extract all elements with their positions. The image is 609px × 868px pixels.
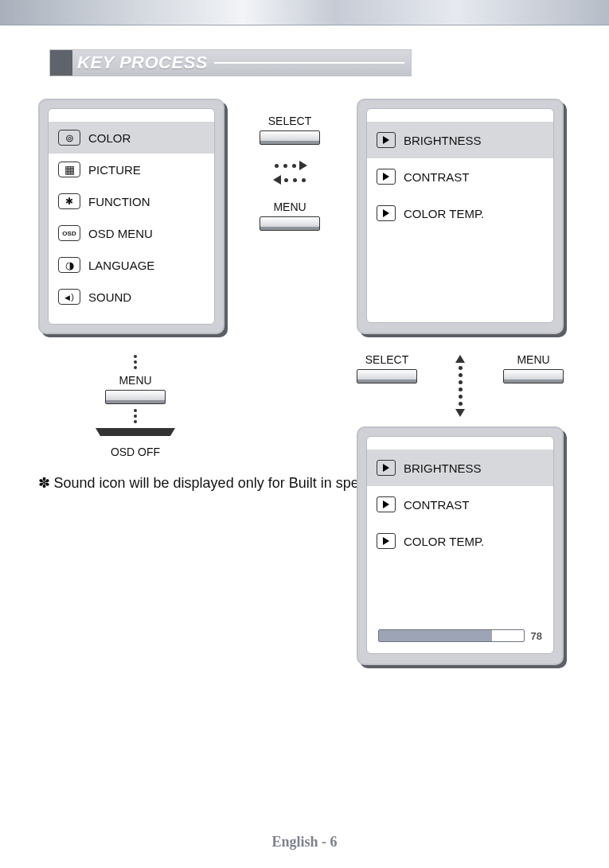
select-button-2[interactable] xyxy=(357,369,417,383)
adjust-item-brightness[interactable]: BRIGHTNESS xyxy=(367,450,553,486)
arrow-down-icon xyxy=(455,409,465,417)
adjust-item-color-temp[interactable]: COLOR TEMP. xyxy=(367,523,553,559)
menu-button-label: MENU xyxy=(250,200,330,213)
circles-icon xyxy=(58,130,80,146)
main-menu-panel: COLOR PICTURE FUNCTION OSD OSD MENU LANG… xyxy=(38,99,224,334)
arrow-down-icon xyxy=(96,428,175,436)
arrow-right-indicator xyxy=(250,161,330,170)
menu-item-language[interactable]: LANGUAGE xyxy=(49,249,214,281)
select-button-label: SELECT xyxy=(250,115,330,127)
main-menu-inner: COLOR PICTURE FUNCTION OSD OSD MENU LANG… xyxy=(48,108,215,325)
menu-button-label-2: MENU xyxy=(96,374,175,387)
up-down-indicator xyxy=(455,355,465,417)
play-icon xyxy=(377,460,396,476)
menu-item-label: LANGUAGE xyxy=(88,259,154,272)
menu-item-function[interactable]: FUNCTION xyxy=(49,185,214,217)
play-icon xyxy=(377,496,396,512)
slider-track xyxy=(378,629,525,642)
menu-button[interactable] xyxy=(260,216,320,231)
dots-indicator xyxy=(96,355,175,369)
center-button-column: SELECT MENU xyxy=(250,115,330,231)
sub-item-label: BRIGHTNESS xyxy=(404,134,482,147)
menu-item-color[interactable]: COLOR xyxy=(49,122,214,154)
menu-item-osd-menu[interactable]: OSD OSD MENU xyxy=(49,217,214,249)
mid-button-row: SELECT MENU xyxy=(357,353,564,417)
menu-item-label: OSD MENU xyxy=(88,227,153,240)
sub-item-color-temp[interactable]: COLOR TEMP. xyxy=(367,195,553,232)
slider-fill xyxy=(379,630,492,641)
section-title: KEY PROCESS xyxy=(77,53,208,73)
dots-indicator xyxy=(96,409,175,423)
play-icon xyxy=(377,205,396,221)
select-button-label-2: SELECT xyxy=(357,353,417,366)
play-icon xyxy=(377,533,396,549)
brightness-slider[interactable]: 78 xyxy=(378,629,542,642)
sub-item-label: COLOR TEMP. xyxy=(404,207,484,220)
sub-item-brightness[interactable]: BRIGHTNESS xyxy=(367,122,553,158)
sub-menu-inner: BRIGHTNESS CONTRAST COLOR TEMP. xyxy=(366,108,554,323)
speaker-icon xyxy=(58,289,80,305)
adjust-item-label: BRIGHTNESS xyxy=(404,461,482,475)
menu-item-label: FUNCTION xyxy=(88,195,150,208)
adjust-panel-inner: BRIGHTNESS CONTRAST COLOR TEMP. 78 xyxy=(366,436,554,654)
section-title-underline xyxy=(214,62,404,64)
section-title-bar: KEY PROCESS xyxy=(49,49,412,76)
menu-button-3[interactable] xyxy=(503,369,564,383)
menu-button-2[interactable] xyxy=(105,390,166,404)
menu-item-label: COLOR xyxy=(88,131,131,145)
grid-icon xyxy=(58,162,80,177)
gears-icon xyxy=(58,193,80,209)
adjust-item-label: COLOR TEMP. xyxy=(404,535,484,548)
osd-off-label: OSD OFF xyxy=(96,446,175,458)
arrow-left-indicator xyxy=(250,175,330,185)
menu-button-label-3: MENU xyxy=(503,353,564,366)
slider-value: 78 xyxy=(531,630,542,642)
asterisk-icon: ✽ xyxy=(38,475,54,491)
menu-item-sound[interactable]: SOUND xyxy=(49,281,214,313)
left-flow-column: MENU OSD OFF xyxy=(96,350,175,461)
page-footer: English - 6 xyxy=(0,834,609,850)
adjust-item-label: CONTRAST xyxy=(404,498,470,512)
play-icon xyxy=(377,132,396,148)
adjust-panel: BRIGHTNESS CONTRAST COLOR TEMP. 78 xyxy=(357,426,564,665)
section-title-accent xyxy=(50,50,72,76)
menu-item-label: SOUND xyxy=(88,290,131,304)
arrow-up-icon xyxy=(455,355,465,363)
play-icon xyxy=(377,169,396,185)
select-button[interactable] xyxy=(260,130,320,145)
sub-item-contrast[interactable]: CONTRAST xyxy=(367,158,553,195)
decorative-top-band xyxy=(0,0,609,25)
globe-icon xyxy=(58,257,80,273)
menu-item-picture[interactable]: PICTURE xyxy=(49,154,214,185)
sub-item-label: CONTRAST xyxy=(404,170,470,184)
osd-icon: OSD xyxy=(58,225,80,241)
sub-menu-panel: BRIGHTNESS CONTRAST COLOR TEMP. xyxy=(357,99,564,334)
menu-item-label: PICTURE xyxy=(88,163,141,177)
adjust-item-contrast[interactable]: CONTRAST xyxy=(367,486,553,523)
